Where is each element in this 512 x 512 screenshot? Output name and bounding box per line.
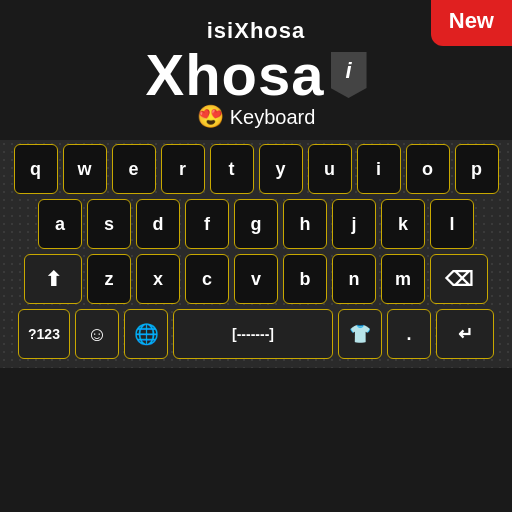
main-title: Xhosa bbox=[145, 46, 324, 104]
key-c[interactable]: c bbox=[185, 254, 229, 304]
key-s[interactable]: s bbox=[87, 199, 131, 249]
enter-button[interactable]: ↵ bbox=[436, 309, 494, 359]
sym-button[interactable]: ?123 bbox=[18, 309, 70, 359]
globe-button[interactable]: 🌐 bbox=[124, 309, 168, 359]
space-bar[interactable]: [-------] bbox=[173, 309, 333, 359]
key-y[interactable]: y bbox=[259, 144, 303, 194]
key-l[interactable]: l bbox=[430, 199, 474, 249]
key-row-3: ⬆ z x c v b n m ⌫ bbox=[3, 254, 509, 304]
key-row-2: a s d f g h j k l bbox=[3, 199, 509, 249]
key-f[interactable]: f bbox=[185, 199, 229, 249]
key-z[interactable]: z bbox=[87, 254, 131, 304]
info-letter: i bbox=[345, 58, 351, 84]
emoji-button[interactable]: ☺ bbox=[75, 309, 119, 359]
keyboard: q w e r t y u i o p a s d f g h j k l ⬆ … bbox=[0, 140, 512, 368]
keyboard-label: Keyboard bbox=[230, 106, 316, 129]
key-n[interactable]: n bbox=[332, 254, 376, 304]
subtitle: 😍 Keyboard bbox=[197, 104, 316, 130]
key-k[interactable]: k bbox=[381, 199, 425, 249]
key-g[interactable]: g bbox=[234, 199, 278, 249]
key-h[interactable]: h bbox=[283, 199, 327, 249]
key-d[interactable]: d bbox=[136, 199, 180, 249]
key-m[interactable]: m bbox=[381, 254, 425, 304]
shift-button[interactable]: ⬆ bbox=[24, 254, 82, 304]
key-j[interactable]: j bbox=[332, 199, 376, 249]
key-i[interactable]: i bbox=[357, 144, 401, 194]
shirt-button[interactable]: 👕 bbox=[338, 309, 382, 359]
key-x[interactable]: x bbox=[136, 254, 180, 304]
key-u[interactable]: u bbox=[308, 144, 352, 194]
key-p[interactable]: p bbox=[455, 144, 499, 194]
key-b[interactable]: b bbox=[283, 254, 327, 304]
key-q[interactable]: q bbox=[14, 144, 58, 194]
key-row-bottom: ?123 ☺ 🌐 [-------] 👕 . ↵ bbox=[3, 309, 509, 359]
new-badge: New bbox=[431, 0, 512, 46]
key-o[interactable]: o bbox=[406, 144, 450, 194]
brand-name: isiXhosa bbox=[207, 18, 305, 44]
key-r[interactable]: r bbox=[161, 144, 205, 194]
heart-emoji: 😍 bbox=[197, 104, 224, 130]
key-a[interactable]: a bbox=[38, 199, 82, 249]
key-v[interactable]: v bbox=[234, 254, 278, 304]
key-w[interactable]: w bbox=[63, 144, 107, 194]
backspace-button[interactable]: ⌫ bbox=[430, 254, 488, 304]
info-icon: i bbox=[331, 52, 367, 98]
key-e[interactable]: e bbox=[112, 144, 156, 194]
period-button[interactable]: . bbox=[387, 309, 431, 359]
key-row-1: q w e r t y u i o p bbox=[3, 144, 509, 194]
key-t[interactable]: t bbox=[210, 144, 254, 194]
